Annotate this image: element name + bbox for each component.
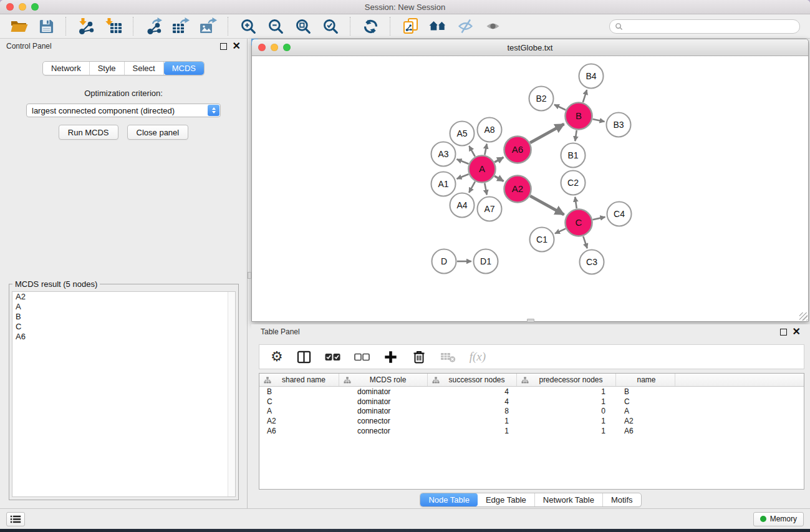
refresh-view-button[interactable] xyxy=(357,16,384,37)
graph-edge-A6-B[interactable] xyxy=(530,124,564,143)
network-window-titlebar[interactable]: testGlobe.txt xyxy=(252,39,808,56)
horizontal-divider-handle[interactable] xyxy=(527,319,534,322)
mcds-list-scrollbar[interactable] xyxy=(228,292,235,496)
graph-node-B[interactable]: B xyxy=(566,103,592,130)
column-header-shared-name[interactable]: shared name xyxy=(259,374,339,386)
graph-node-A6[interactable]: A6 xyxy=(504,137,531,163)
graph-edge-B-B3[interactable] xyxy=(592,119,604,122)
graph-node-A[interactable]: A xyxy=(469,156,496,183)
tab-motifs[interactable]: Motifs xyxy=(603,493,641,506)
table-row[interactable]: Adominator80A xyxy=(259,407,804,417)
graph-edge-B-B2[interactable] xyxy=(554,105,566,110)
graph-node-B2[interactable]: B2 xyxy=(529,87,554,111)
column-settings-button[interactable]: ⚙ xyxy=(271,350,283,364)
graph-node-C1[interactable]: C1 xyxy=(530,228,554,252)
graph-edge-A-A1[interactable] xyxy=(457,174,469,178)
graph-edge-A-A7[interactable] xyxy=(485,183,487,195)
mcds-result-item[interactable]: A2 xyxy=(12,292,235,302)
graph-edge-A-A6[interactable] xyxy=(494,157,503,162)
graph-node-C2[interactable]: C2 xyxy=(561,171,586,195)
function-builder-button[interactable]: f(x) xyxy=(470,350,486,364)
import-table-file-button[interactable] xyxy=(100,16,127,37)
zoom-out-button[interactable] xyxy=(262,16,289,37)
graph-edge-B-B1[interactable] xyxy=(575,130,576,141)
show-panels-button[interactable] xyxy=(6,512,25,526)
graph-node-C4[interactable]: C4 xyxy=(607,202,632,226)
table-row[interactable]: A6connector11A6 xyxy=(259,426,804,436)
graph-node-A3[interactable]: A3 xyxy=(432,142,456,167)
graph-node-A5[interactable]: A5 xyxy=(450,122,475,146)
graph-node-D1[interactable]: D1 xyxy=(474,249,498,274)
delete-columns-button[interactable] xyxy=(412,349,427,364)
graph-node-A7[interactable]: A7 xyxy=(478,197,502,221)
export-image-button[interactable] xyxy=(195,16,222,37)
graph-node-A8[interactable]: A8 xyxy=(478,118,502,142)
graph-node-C3[interactable]: C3 xyxy=(580,250,604,274)
graph-node-A1[interactable]: A1 xyxy=(432,172,456,196)
show-all-button[interactable] xyxy=(479,16,506,37)
mcds-result-item[interactable]: A xyxy=(12,302,235,312)
run-mcds-button[interactable]: Run MCDS xyxy=(59,125,118,140)
mcds-result-item[interactable]: B xyxy=(12,312,235,322)
first-neighbors-button[interactable] xyxy=(424,16,451,37)
zoom-fit-button[interactable] xyxy=(289,16,317,37)
mcds-result-item[interactable]: A6 xyxy=(12,332,235,342)
deselect-all-button[interactable] xyxy=(354,353,370,361)
float-panel-icon[interactable] xyxy=(220,43,227,50)
vertical-divider-handle[interactable] xyxy=(248,272,251,279)
column-header-name[interactable]: name xyxy=(616,374,675,386)
graph-edge-B-B4[interactable] xyxy=(583,90,587,102)
network-canvas[interactable]: AA6A2A5A8A3A1A4A7BB2B4B3B1CC2C4C1C3DD1 xyxy=(253,56,808,321)
hide-selected-button[interactable] xyxy=(451,16,479,37)
graph-edge-A-A8[interactable] xyxy=(485,144,486,155)
import-network-file-button[interactable] xyxy=(72,16,100,37)
mcds-result-item[interactable]: C xyxy=(12,322,235,332)
graph-edge-A2-C[interactable] xyxy=(530,196,564,215)
float-table-panel-icon[interactable] xyxy=(780,329,787,336)
graph-node-A2[interactable]: A2 xyxy=(504,176,531,203)
graph-edge-A-A3[interactable] xyxy=(457,159,469,163)
graph-node-B1[interactable]: B1 xyxy=(561,143,586,168)
graph-node-C[interactable]: C xyxy=(566,210,592,236)
save-session-button[interactable] xyxy=(32,16,60,37)
graph-edge-C-C3[interactable] xyxy=(583,236,587,248)
export-network-button[interactable] xyxy=(140,16,167,37)
window-resize-grip[interactable] xyxy=(799,312,808,321)
tab-network-table[interactable]: Network Table xyxy=(535,493,603,506)
close-panel-button[interactable]: Close panel xyxy=(127,125,189,140)
graph-edge-A-A2[interactable] xyxy=(494,176,504,181)
graph-node-B3[interactable]: B3 xyxy=(607,113,631,137)
column-header-successor-nodes[interactable]: successor nodes xyxy=(428,374,517,386)
table-row[interactable]: A2connector11A2 xyxy=(259,416,804,426)
graph-edge-C-C1[interactable] xyxy=(555,229,566,234)
graph-edge-A-A4[interactable] xyxy=(469,181,475,193)
column-header-predecessor-nodes[interactable]: predecessor nodes xyxy=(517,374,616,386)
tab-style[interactable]: Style xyxy=(90,62,125,75)
search-input[interactable] xyxy=(626,21,799,31)
tab-select[interactable]: Select xyxy=(125,62,164,75)
graph-edge-A-A5[interactable] xyxy=(469,146,475,157)
graph-node-A4[interactable]: A4 xyxy=(450,193,475,218)
table-row[interactable]: Bdominator41B xyxy=(259,387,804,397)
graph-edge-C-C4[interactable] xyxy=(592,217,605,220)
close-table-panel-icon[interactable]: ✕ xyxy=(793,329,801,335)
column-header-mcds-role[interactable]: MCDS role xyxy=(339,374,428,386)
create-column-button[interactable] xyxy=(383,350,398,364)
graph-node-D[interactable]: D xyxy=(432,249,456,274)
zoom-selected-button[interactable] xyxy=(317,16,344,37)
tab-network[interactable]: Network xyxy=(43,62,90,75)
delete-table-button[interactable] xyxy=(440,351,456,363)
network-graph[interactable]: AA6A2A5A8A3A1A4A7BB2B4B3B1CC2C4C1C3DD1 xyxy=(253,56,808,321)
close-panel-icon[interactable]: ✕ xyxy=(233,43,241,49)
export-table-button[interactable] xyxy=(167,16,195,37)
memory-button[interactable]: Memory xyxy=(753,512,804,526)
window-titlebar[interactable]: Session: New Session xyxy=(0,0,810,14)
table-row[interactable]: Cdominator41C xyxy=(259,397,804,407)
show-column-panel-button[interactable] xyxy=(297,351,311,364)
select-all-button[interactable] xyxy=(325,353,340,361)
search-field[interactable] xyxy=(609,19,800,34)
tab-edge-table[interactable]: Edge Table xyxy=(478,493,535,506)
open-file-button[interactable] xyxy=(5,16,32,37)
graph-edge-C-C2[interactable] xyxy=(575,197,577,208)
graph-node-B4[interactable]: B4 xyxy=(579,64,604,89)
